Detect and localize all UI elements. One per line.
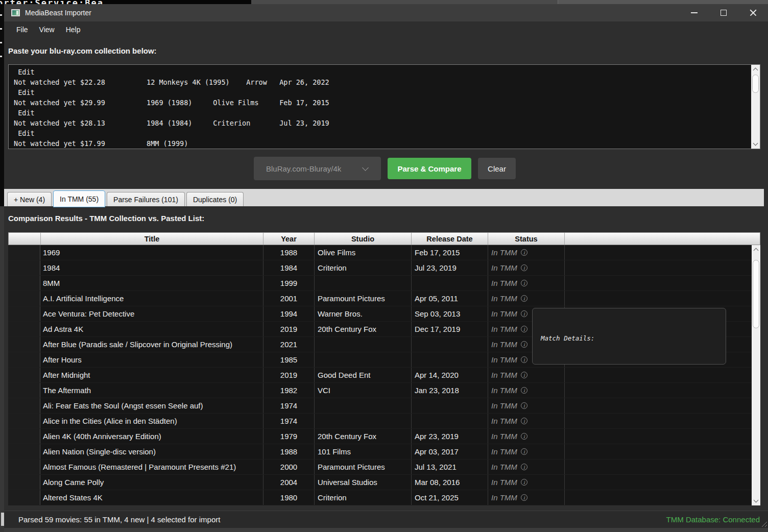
info-icon[interactable]	[521, 249, 527, 256]
table-row[interactable]: 8MM 1999 In TMM	[8, 276, 752, 291]
info-icon[interactable]	[521, 341, 527, 348]
tab-in-tmm-55[interactable]: In TMM (55)	[53, 190, 105, 207]
table-row[interactable]: A.I. Artificial Intelligence 2001 Paramo…	[8, 291, 752, 306]
filler-cell	[565, 260, 752, 275]
year-cell: 1974	[263, 414, 315, 428]
table-row[interactable]: After Midnight 2019 Good Deed Ent Apr 14…	[8, 368, 752, 383]
info-icon[interactable]	[521, 372, 527, 378]
table-body: 1969 1988 Olive Films Feb 17, 2015 In TM…	[8, 245, 752, 505]
row-selector-cell[interactable]	[8, 383, 40, 398]
row-selector-cell[interactable]	[8, 368, 40, 382]
year-cell: 2000	[263, 460, 315, 474]
info-icon[interactable]	[521, 464, 527, 470]
format-dropdown-value: BluRay.com-Bluray/4k	[266, 164, 341, 173]
status-text: In TMM	[491, 447, 517, 456]
title-cell: A.I. Artificial Intelligence	[40, 291, 263, 306]
row-selector-cell[interactable]	[8, 475, 40, 490]
column-header-title[interactable]: Title	[41, 233, 263, 245]
maximize-button[interactable]	[709, 4, 738, 21]
table-row[interactable]: Almost Famous (Remastered | Paramount Pr…	[8, 460, 752, 475]
clear-button[interactable]: Clear	[478, 158, 516, 179]
status-cell: In TMM	[488, 490, 565, 505]
table-scrollbar[interactable]	[752, 245, 760, 505]
info-icon[interactable]	[521, 356, 527, 363]
info-icon[interactable]	[521, 326, 527, 332]
info-icon[interactable]	[521, 295, 527, 302]
menu-item-file[interactable]: File	[11, 23, 34, 36]
filler-cell	[565, 276, 752, 291]
release-date-cell: Jul 13, 2021	[412, 460, 488, 474]
tab-duplicates-0[interactable]: Duplicates (0)	[186, 192, 244, 206]
title-cell: After Midnight	[40, 368, 263, 382]
row-selector-cell[interactable]	[8, 352, 40, 367]
title-cell: Ali: Fear Eats the Soul (Angst essen See…	[40, 398, 263, 413]
table-row[interactable]: Alien 4K (40th Anniversary Edition) 1979…	[8, 429, 752, 444]
studio-cell: Criterion	[315, 260, 412, 275]
title-cell: Ace Ventura: Pet Detective	[40, 306, 263, 321]
info-icon[interactable]	[521, 387, 527, 394]
row-selector-cell[interactable]	[8, 291, 40, 306]
row-selector-cell[interactable]	[8, 322, 40, 336]
table-row[interactable]: Alice in the Cities (Alice in den Städte…	[8, 414, 752, 429]
column-header-status[interactable]: Status	[488, 233, 565, 245]
paste-instructions-label: Paste your blu-ray.com collection below:	[8, 46, 157, 55]
table-row[interactable]: 1984 1984 Criterion Jul 23, 2019 In TMM	[8, 260, 752, 276]
info-icon[interactable]	[521, 494, 527, 501]
format-dropdown[interactable]: BluRay.com-Bluray/4k	[254, 157, 381, 180]
year-cell: 2021	[263, 337, 315, 352]
info-icon[interactable]	[521, 264, 527, 271]
row-selector-cell[interactable]	[8, 306, 40, 321]
tab-new-4[interactable]: + New (4)	[7, 192, 52, 206]
row-selector-cell[interactable]	[8, 398, 40, 413]
scrollbar-thumb[interactable]	[752, 75, 759, 93]
background-strip	[251, 0, 558, 4]
studio-cell: Olive Films	[315, 245, 412, 260]
column-header-studio[interactable]: Studio	[315, 233, 412, 245]
parse-compare-button[interactable]: Parse & Compare	[388, 158, 471, 179]
table-row[interactable]: Along Came Polly 2004 Universal Studios …	[8, 475, 752, 490]
scroll-up-icon[interactable]	[752, 245, 760, 254]
table-row[interactable]: Alien Nation (Single-disc version) 1988 …	[8, 444, 752, 460]
textarea-scrollbar[interactable]	[751, 65, 760, 149]
table-row[interactable]: Altered States 4K 1980 Criterion Oct 21,…	[8, 490, 752, 505]
column-header-year[interactable]: Year	[263, 233, 315, 245]
info-icon[interactable]	[521, 418, 527, 424]
minimize-button[interactable]	[679, 4, 709, 21]
info-icon[interactable]	[521, 433, 527, 440]
info-icon[interactable]	[521, 448, 527, 455]
collection-paste-textarea[interactable]: Edit Not watched yet $22.28 12 Monkeys 4…	[8, 64, 760, 149]
row-selector-cell[interactable]	[8, 276, 40, 291]
info-icon[interactable]	[521, 402, 527, 409]
row-selector-cell[interactable]	[8, 444, 40, 459]
row-selector-cell[interactable]	[8, 337, 40, 352]
menu-item-help[interactable]: Help	[60, 23, 86, 36]
close-button[interactable]	[738, 4, 768, 21]
column-header-release-date[interactable]: Release Date	[412, 233, 488, 245]
scroll-down-icon[interactable]	[751, 140, 760, 149]
row-selector-cell[interactable]	[8, 490, 40, 505]
table-row[interactable]: The Aftermath 1982 VCI Jan 23, 2018 In T…	[8, 383, 752, 398]
year-cell: 1979	[263, 429, 315, 444]
info-icon[interactable]	[521, 479, 527, 486]
title-cell: 1984	[40, 260, 263, 275]
info-icon[interactable]	[521, 280, 527, 286]
filler-cell	[565, 398, 752, 413]
release-date-cell	[412, 337, 488, 352]
row-selector-cell[interactable]	[8, 245, 40, 260]
row-selector-cell[interactable]	[8, 460, 40, 474]
year-cell: 1994	[263, 306, 315, 321]
row-selector-cell[interactable]	[8, 414, 40, 428]
table-row[interactable]: 1969 1988 Olive Films Feb 17, 2015 In TM…	[8, 245, 752, 260]
info-icon[interactable]	[521, 310, 527, 317]
scroll-down-icon[interactable]	[752, 497, 760, 505]
row-selector-cell[interactable]	[8, 260, 40, 275]
menu-item-view[interactable]: View	[34, 23, 60, 36]
scrollbar-thumb[interactable]	[753, 260, 759, 328]
maximize-icon	[721, 10, 727, 16]
status-cell: In TMM	[488, 260, 565, 275]
release-date-cell: Apr 05, 2011	[412, 291, 488, 306]
row-selector-cell[interactable]	[8, 429, 40, 444]
table-row[interactable]: Ali: Fear Eats the Soul (Angst essen See…	[8, 398, 752, 414]
scroll-up-icon[interactable]	[751, 65, 760, 74]
tab-parse-failures-101[interactable]: Parse Failures (101)	[107, 192, 185, 206]
